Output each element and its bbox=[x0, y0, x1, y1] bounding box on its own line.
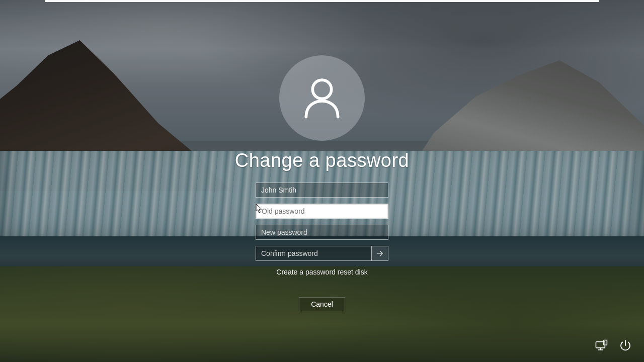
old-password-field[interactable] bbox=[256, 204, 388, 219]
svg-point-0 bbox=[312, 80, 331, 99]
username-row bbox=[256, 183, 388, 198]
new-password-field[interactable] bbox=[256, 225, 388, 240]
top-highlight-bar bbox=[45, 0, 599, 2]
confirm-password-field[interactable] bbox=[256, 246, 371, 261]
system-tray bbox=[594, 338, 633, 353]
new-password-row bbox=[256, 225, 388, 240]
arrow-right-icon bbox=[375, 249, 384, 258]
power-button[interactable] bbox=[618, 338, 633, 353]
user-avatar bbox=[279, 55, 365, 141]
cancel-button[interactable]: Cancel bbox=[299, 297, 345, 311]
change-password-panel: Change a password Create a password rese… bbox=[211, 55, 433, 311]
page-title: Change a password bbox=[235, 150, 410, 171]
ease-of-access-icon bbox=[595, 339, 608, 352]
username-field bbox=[256, 183, 388, 198]
ease-of-access-button[interactable] bbox=[594, 338, 609, 353]
cancel-button-label: Cancel bbox=[311, 300, 333, 308]
confirm-password-row bbox=[256, 246, 388, 261]
create-reset-disk-link[interactable]: Create a password reset disk bbox=[276, 268, 367, 276]
user-icon bbox=[299, 75, 345, 121]
submit-button[interactable] bbox=[371, 246, 388, 261]
power-icon bbox=[619, 339, 632, 352]
old-password-row bbox=[256, 204, 388, 219]
